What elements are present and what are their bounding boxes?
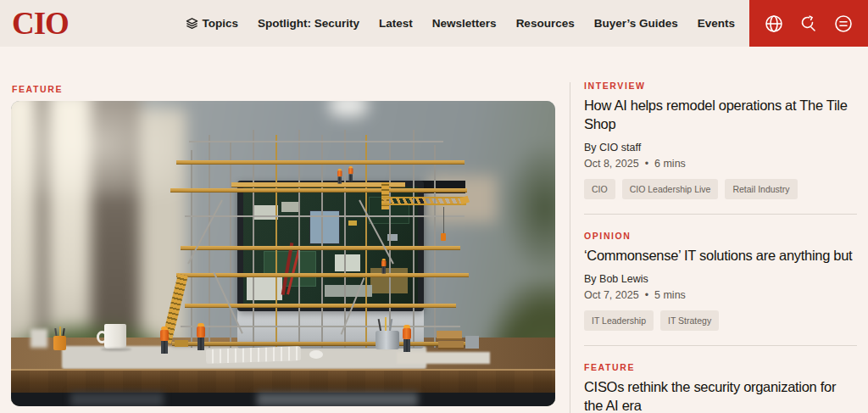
article-date: Oct 8, 2025	[584, 158, 639, 170]
nav-item-spotlight-security[interactable]: Spotlight: Security	[258, 17, 359, 30]
article-kicker: OPINION	[584, 231, 857, 241]
nav-item-buyers-guides[interactable]: Buyer’s Guides	[594, 17, 678, 30]
nav-item-latest[interactable]: Latest	[379, 17, 413, 30]
header-action-box	[749, 0, 868, 47]
cio-logo[interactable]: CIO	[12, 8, 69, 39]
article-read-time: 5 mins	[654, 289, 686, 301]
article-tags: IT Leadership IT Strategy	[584, 310, 857, 331]
tag-retail-industry[interactable]: Retail Industry	[725, 179, 797, 199]
globe-icon[interactable]	[764, 14, 784, 34]
sidebar-article-list: INTERVIEW How AI helps remodel operation…	[584, 81, 857, 413]
meta-separator: •	[645, 289, 648, 301]
top-navigation-bar: CIO Topics Spotlight: Security Latest Ne…	[0, 0, 868, 47]
article-kicker: FEATURE	[584, 362, 857, 372]
article-kicker: INTERVIEW	[584, 81, 857, 91]
article-meta: Oct 8, 2025 • 6 mins	[584, 158, 857, 170]
meta-separator: •	[645, 158, 648, 170]
layers-icon	[186, 17, 198, 30]
article-byline: By CIO staff	[584, 142, 857, 153]
tag-it-leadership[interactable]: IT Leadership	[584, 310, 654, 331]
article-date: Oct 7, 2025	[584, 289, 639, 301]
main-nav: Topics Spotlight: Security Latest Newsle…	[186, 17, 735, 30]
feature-hero-image[interactable]	[11, 101, 555, 406]
nav-item-newsletters[interactable]: Newsletters	[432, 17, 497, 30]
article-title[interactable]: CISOs rethink the security organization …	[584, 378, 857, 413]
nav-item-topics[interactable]: Topics	[186, 17, 239, 30]
nav-label: Topics	[203, 17, 239, 30]
article-title[interactable]: ‘Commonsense’ IT solutions are anything …	[584, 247, 857, 265]
menu-icon[interactable]	[833, 14, 854, 34]
tag-cio[interactable]: CIO	[584, 179, 615, 199]
article-card-tile-shop: INTERVIEW How AI helps remodel operation…	[584, 81, 857, 214]
content-divider	[570, 82, 570, 413]
article-byline: By Bob Lewis	[584, 273, 857, 285]
article-tags: CIO CIO Leadership Live Retail Industry	[584, 179, 857, 199]
article-card-commonsense-it: OPINION ‘Commonsense’ IT solutions are a…	[584, 214, 857, 345]
article-read-time: 6 mins	[654, 158, 686, 170]
article-card-cisos-ai-era: FEATURE CISOs rethink the security organ…	[584, 345, 857, 413]
search-icon[interactable]	[798, 14, 819, 34]
nav-item-events[interactable]: Events	[698, 17, 735, 30]
nav-item-resources[interactable]: Resources	[516, 17, 575, 30]
article-meta: Oct 7, 2025 • 5 mins	[584, 289, 857, 301]
feature-kicker: FEATURE	[12, 84, 63, 94]
tag-cio-leadership-live[interactable]: CIO Leadership Live	[622, 179, 719, 199]
tag-it-strategy[interactable]: IT Strategy	[660, 310, 719, 331]
article-title[interactable]: How AI helps remodel operations at The T…	[584, 97, 857, 134]
